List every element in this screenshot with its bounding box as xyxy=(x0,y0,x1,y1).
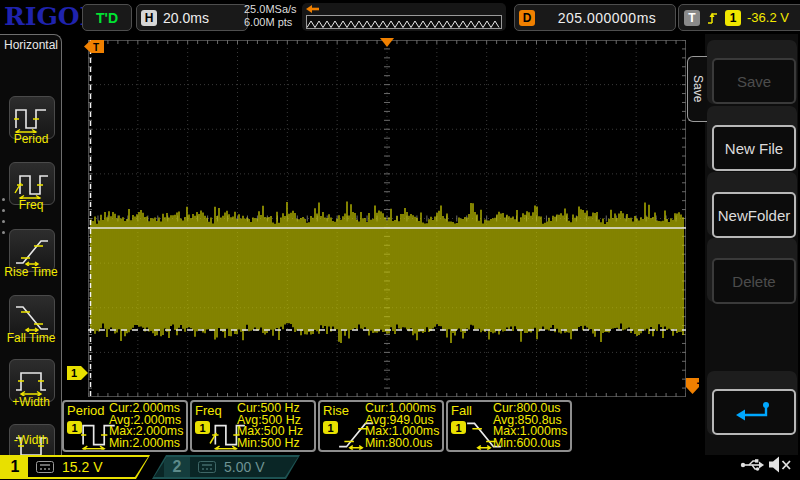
period-icon xyxy=(14,103,50,133)
preview-zigzag-icon xyxy=(307,18,501,30)
menu-tab-save: Save xyxy=(687,56,707,122)
graticule-grid xyxy=(88,40,686,397)
trigger-status-label: T'D xyxy=(96,10,118,26)
sidebar-item-freq-label: Freq xyxy=(0,198,62,212)
rise-time-icon xyxy=(14,236,50,266)
sidebar-item-period-label: Period xyxy=(0,132,62,146)
channel1-number: 1 xyxy=(2,457,28,477)
top-status-bar: RIGOL T'D H 20.0ms 25.0MSa/s 6.00M pts D… xyxy=(0,0,800,34)
menu-button-back[interactable] xyxy=(712,389,796,435)
menu-button-new-file[interactable]: New File xyxy=(712,125,796,171)
trigger-info-box: T 1 -36.2 V xyxy=(678,4,800,31)
panel-title: Rise xyxy=(323,403,349,418)
rising-edge-icon xyxy=(706,10,719,26)
trigger-status-badge: T'D xyxy=(82,4,132,31)
sidebar-item-rise-time-label: Rise Time xyxy=(0,265,62,279)
measurement-panel-rise: Rise 1 Cur:1.000msAvg:949.0usMax:1.000ms… xyxy=(318,400,444,452)
panel-values: Cur:800.0usAvg:850.8usMax:1.000msMin:600… xyxy=(493,403,567,449)
timebase-value: 20.0ms xyxy=(163,10,209,26)
channel1-scale: 15.2 V xyxy=(62,459,102,475)
memory-position-strip xyxy=(302,3,506,31)
usb-icon xyxy=(740,458,764,472)
timebase-key: H xyxy=(141,10,157,26)
svg-text:T: T xyxy=(695,381,700,387)
sample-rate: 25.0MSa/s xyxy=(244,3,297,16)
panel-channel-badge: 1 xyxy=(451,421,466,434)
channel2-number: 2 xyxy=(164,457,190,477)
panel-channel-badge: 1 xyxy=(195,421,210,434)
delay-key: D xyxy=(519,10,535,26)
trigger-delay-marker[interactable] xyxy=(380,38,394,47)
trigger-source-badge: 1 xyxy=(725,10,741,26)
panel-values: Cur:2.000msAvg:2.000msMax:2.000msMin:2.0… xyxy=(109,403,183,449)
sidebar-item-fall-time-label: Fall Time xyxy=(0,331,62,345)
channel2-indicator[interactable]: 2 5.00 V xyxy=(152,455,300,479)
panel-channel-badge: 1 xyxy=(323,421,338,434)
ch1-ground-marker[interactable]: 1 xyxy=(67,366,88,380)
channel2-scale: 5.00 V xyxy=(224,459,264,475)
panel-channel-badge: 1 xyxy=(67,421,82,434)
panel-values: Cur:1.000msAvg:949.0usMax:1.000msMin:800… xyxy=(365,403,439,449)
panel-title: Freq xyxy=(195,403,222,418)
delay-value: 205.000000ms xyxy=(558,10,657,26)
trigger-key: T xyxy=(684,10,700,26)
measurement-panel-freq: Freq 1 Cur:500 HzAvg:500 HzMax:500 HzMin… xyxy=(190,400,316,452)
freq-icon xyxy=(14,169,50,199)
trigger-level-marker[interactable]: T xyxy=(686,378,699,395)
dc-coupling-icon xyxy=(36,461,54,473)
acquisition-info: 25.0MSa/s 6.00M pts xyxy=(244,3,297,29)
timebase-box: H 20.0ms xyxy=(136,4,248,31)
panel-title: Period xyxy=(67,403,105,418)
memory-waveform-preview xyxy=(306,15,502,29)
panel-title: Fall xyxy=(451,403,472,418)
measurement-panel-period: Period 1 Cur:2.000msAvg:2.000msMax:2.000… xyxy=(62,400,188,452)
fall-time-icon xyxy=(14,302,50,332)
window-position-arrow-icon xyxy=(306,5,320,13)
menu-button-new-folder[interactable]: NewFolder xyxy=(712,192,796,238)
sidebar-item-pos-width-label: +Width xyxy=(0,395,62,409)
svg-text:T: T xyxy=(93,42,99,53)
measurement-panel-fall: Fall 1 Cur:800.0usAvg:850.8usMax:1.000ms… xyxy=(446,400,572,452)
channel1-indicator[interactable]: 1 15.2 V xyxy=(0,455,150,479)
return-arrow-icon xyxy=(735,400,773,424)
ch1-waveform xyxy=(91,202,683,344)
memory-depth: 6.00M pts xyxy=(244,16,297,29)
pos-width-icon xyxy=(14,366,50,396)
sidebar-item-neg-width-label2: -Width xyxy=(0,433,62,447)
menu-button-delete[interactable]: Delete xyxy=(712,258,796,304)
svg-text:1: 1 xyxy=(71,367,77,379)
trigger-position-marker[interactable]: T xyxy=(84,40,104,53)
dc-coupling-icon xyxy=(198,461,216,473)
status-icons xyxy=(740,456,792,473)
trigger-level-value: -36.2 V xyxy=(747,10,789,25)
sidebar-title: Horizontal xyxy=(4,38,58,52)
waveform-display xyxy=(88,40,686,397)
menu-button-save[interactable]: Save xyxy=(712,58,796,104)
delay-box: D 205.000000ms xyxy=(514,4,676,31)
panel-values: Cur:500 HzAvg:500 HzMax:500 HzMin:500 Hz xyxy=(237,403,303,449)
speaker-muted-icon xyxy=(769,456,792,473)
